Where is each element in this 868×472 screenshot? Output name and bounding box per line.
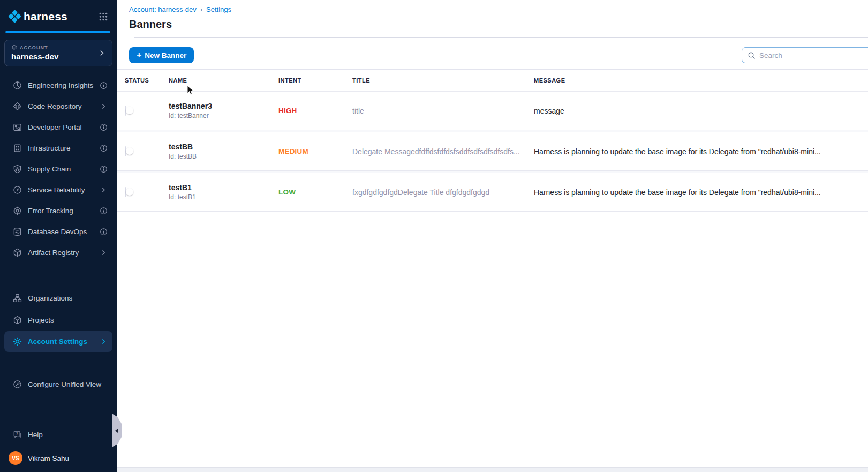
page-header: Account: harness-dev › Settings Banners [117,0,868,38]
user-menu[interactable]: VS Vikram Sahu [0,451,117,465]
chevron-right-icon [100,102,108,110]
sidebar-item-label: Projects [28,316,54,324]
info-icon[interactable] [100,123,108,131]
table-body: testBanner3 Id: testBanner HIGH title me… [117,92,868,212]
info-icon[interactable] [100,81,108,89]
account-switcher[interactable]: ACCOUNT harness-dev [4,40,112,66]
svg-text:?: ? [16,431,18,435]
help-label: Help [28,431,43,439]
sidebar-item-projects[interactable]: Projects [0,309,117,331]
chevron-right-icon [100,186,108,194]
sidebar-item-account-settings[interactable]: Account Settings [4,331,112,352]
divider [0,283,117,283]
sidebar-item-supply-chain[interactable]: Supply Chain [0,159,117,179]
sidebar-item-code-repository[interactable]: Code Repository [0,96,117,117]
organizations-icon [13,294,22,303]
search-input[interactable] [759,51,868,59]
name-cell: testBanner3 Id: testBanner [169,102,278,119]
help-button[interactable]: ? Help [0,424,117,445]
sidebar-item-developer-portal[interactable]: Developer Portal [0,117,117,138]
chevron-right-icon [98,49,105,57]
chevron-right-icon [100,338,108,346]
sidebar-item-error-tracking[interactable]: Error Tracking [0,200,117,221]
avatar: VS [9,451,22,465]
divider [0,370,117,370]
database-devops-icon [13,227,22,236]
developer-portal-icon [13,123,22,132]
sidebar-item-label: Engineering Insights [28,81,93,89]
info-icon[interactable] [100,228,108,236]
column-header-status[interactable]: STATUS [125,77,169,84]
sidebar-modules: Engineering Insights Code Repository Dev… [0,75,117,263]
banner-id: Id: testB1 [169,193,278,201]
horizontal-scrollbar[interactable] [117,467,868,472]
page-title: Banners [129,18,868,31]
intent-badge: MEDIUM [278,147,352,155]
unified-view-icon [13,380,22,389]
sidebar-item-label: Developer Portal [28,123,82,131]
toolbar: + New Banner [117,38,868,70]
engineering-insights-icon [13,81,22,90]
banner-id: Id: testBB [169,153,278,160]
status-toggle[interactable] [125,106,126,116]
sidebar-item-label: Code Repository [28,102,82,110]
search-icon [748,51,756,59]
banner-title: title [352,107,534,115]
table-header: STATUS NAME INTENT TITLE MESSAGE [117,70,868,92]
status-toggle[interactable] [125,187,126,197]
app-root: { "colors": { "accent": "#0278d5", "side… [0,0,868,472]
table-row[interactable]: testB1 Id: testB1 LOW fxgdfgdfgdfgdDeleg… [117,173,868,212]
sidebar-item-configure-unified-view[interactable]: Configure Unified View [0,373,117,395]
sidebar-item-service-reliability[interactable]: Service Reliability [0,179,117,200]
breadcrumb: Account: harness-dev › Settings [129,5,868,13]
sidebar-item-label: Supply Chain [28,165,71,173]
column-header-name[interactable]: NAME [169,77,278,84]
column-header-intent[interactable]: INTENT [278,77,352,84]
banner-name: testBB [169,143,278,151]
new-banner-button[interactable]: + New Banner [129,47,194,63]
sidebar-item-organizations[interactable]: Organizations [0,287,117,309]
service-reliability-icon [13,185,22,194]
banner-message: Harness is planning to update the base i… [534,188,868,197]
sidebar-item-label: Infrastructure [28,144,71,152]
column-header-title[interactable]: TITLE [352,77,534,84]
harness-logo-icon [7,9,22,24]
info-icon[interactable] [100,207,108,215]
table-row[interactable]: testBanner3 Id: testBanner HIGH title me… [117,92,868,130]
module-grid-icon[interactable] [99,12,108,21]
layers-icon [11,44,17,50]
user-name: Vikram Sahu [28,454,69,462]
banner-message: message [534,107,868,115]
sidebar-item-database-devops[interactable]: Database DevOps [0,221,117,242]
sidebar-item-infrastructure[interactable]: Infrastructure [0,138,117,159]
supply-chain-icon [13,164,22,174]
table-row[interactable]: testBB Id: testBB MEDIUM Delegate Messag… [117,132,868,171]
sidebar-item-engineering-insights[interactable]: Engineering Insights [0,75,117,96]
sidebar-item-label: Database DevOps [28,228,87,236]
sidebar-footer: ? Help VS Vikram Sahu [0,421,117,472]
sidebar-item-label: Configure Unified View [28,380,101,388]
name-cell: testBB Id: testBB [169,143,278,160]
account-info: ACCOUNT harness-dev [11,44,98,61]
sidebar-item-artifact-registry[interactable]: Artifact Registry [0,242,117,263]
breadcrumb-account-link[interactable]: Account: harness-dev [129,5,197,13]
info-icon[interactable] [100,144,108,152]
account-label-row: ACCOUNT [11,44,98,50]
column-header-message[interactable]: MESSAGE [534,77,868,84]
banner-title: fxgdfgdfgdfgdDelegate Title dfgfdgdfgdgd [352,188,534,197]
sidebar-item-label: Artifact Registry [28,249,79,257]
intent-badge: LOW [278,188,352,196]
search-box [742,47,868,63]
banner-name: testBanner3 [169,102,278,110]
help-icon: ? [13,430,22,439]
banner-message: Harness is planning to update the base i… [534,147,868,156]
info-icon[interactable] [100,165,108,173]
sidebar-item-label: Organizations [28,294,72,302]
chevron-left-icon [115,429,118,433]
status-toggle[interactable] [125,146,126,156]
new-banner-label: New Banner [145,51,186,59]
breadcrumb-settings-link[interactable]: Settings [206,5,231,13]
chevron-right-icon [100,249,108,257]
main-content: Account: harness-dev › Settings Banners … [117,0,868,472]
sidebar: harness ACCOUNT harness-dev [0,0,117,472]
